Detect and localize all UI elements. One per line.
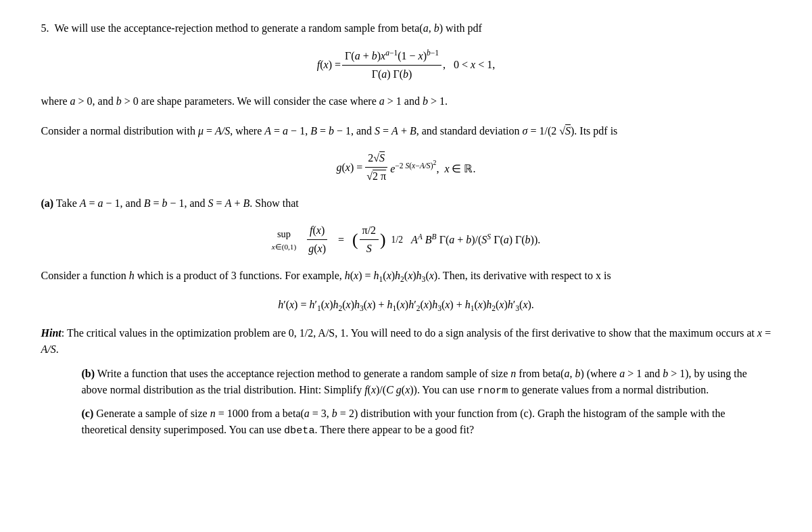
fx-numer: Γ(a + b)xa−1(1 − x)b−1 — [342, 47, 441, 66]
gx-exp: e−2 S(x−A/S)2, x ∈ ℝ. — [390, 158, 475, 177]
half-power: 1/2 — [391, 233, 403, 247]
problem-header: 5. We will use the acceptance-rejection … — [41, 20, 771, 37]
hint-label: Hint — [41, 327, 62, 339]
part-c-text: (c) Generate a sample of size n = 1000 f… — [82, 406, 771, 439]
deriv-text: h′(x) = h′1(x)h2(x)h3(x) + h1(x)h′2(x)h3… — [278, 297, 534, 314]
product-rule-intro: Consider a function h which is a product… — [41, 268, 771, 285]
fx-domain: , 0 < x < 1, — [443, 57, 495, 73]
fx-fraction: Γ(a + b)xa−1(1 − x)b−1 Γ(a) Γ(b) — [342, 47, 441, 82]
sup-label: sup — [277, 227, 291, 242]
gx-numer: 2√S — [365, 150, 387, 168]
where-line: where a > 0, and b > 0 are shape paramet… — [41, 93, 771, 110]
gx-formula: g(x) = 2√S √2 π e−2 S(x−A/S)2, x ∈ ℝ. — [41, 150, 771, 185]
ratio-denom: g(x) — [306, 240, 329, 257]
part-c: (c) Generate a sample of size n = 1000 f… — [82, 406, 771, 439]
hint-paragraph: Hint: The critical values in the optimiz… — [41, 325, 771, 358]
deriv-formula: h′(x) = h′1(x)h2(x)h3(x) + h1(x)h′2(x)h3… — [41, 297, 771, 314]
sup-formula: sup x∈(0,1) f(x) g(x) = ( π/2 S ) 1/2 AA… — [41, 222, 771, 257]
rhs-formula: AA BB Γ(a + b)/(SS Γ(a) Γ(b)). — [408, 231, 540, 248]
paren-fraction: π/2 S — [360, 222, 379, 257]
fx-denom: Γ(a) Γ(b) — [369, 66, 415, 82]
sup-subscript: x∈(0,1) — [272, 241, 296, 253]
part-a-intro: (a) Take A = a − 1, and B = b − 1, and S… — [41, 195, 771, 212]
paren-numer: π/2 — [360, 222, 379, 240]
problem-number: 5. — [41, 20, 49, 37]
normal-intro: Consider a normal distribution with μ = … — [41, 123, 771, 139]
fx-label: f(x) = — [317, 57, 341, 73]
gx-label: g(x) = — [337, 160, 363, 176]
gx-fraction: 2√S √2 π — [364, 150, 389, 185]
problem-intro: We will use the acceptance-rejection met… — [55, 20, 482, 37]
rnorm-code: rnorm — [477, 385, 508, 397]
part-b: (b) Write a function that uses the accep… — [82, 366, 771, 399]
ratio-numer: f(x) — [307, 222, 327, 240]
part-b-text: (b) Write a function that uses the accep… — [82, 366, 771, 399]
paren-fraction-wrapper: ( π/2 S ) — [352, 222, 386, 257]
gx-denom: √2 π — [364, 168, 389, 185]
ratio-fraction: f(x) g(x) — [306, 222, 329, 257]
paren-denom: S — [364, 240, 375, 257]
dbeta-code: dbeta — [284, 425, 315, 437]
equals-sign: = — [335, 232, 347, 248]
pdf-formula: f(x) = Γ(a + b)xa−1(1 − x)b−1 Γ(a) Γ(b) … — [41, 47, 771, 82]
main-content: 5. We will use the acceptance-rejection … — [41, 20, 771, 439]
